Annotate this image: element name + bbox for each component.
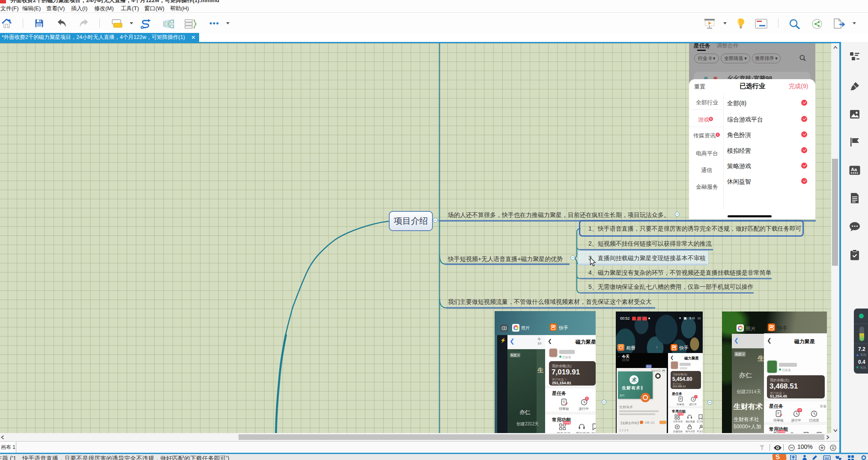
svg-text:Aa: Aa	[851, 167, 857, 172]
